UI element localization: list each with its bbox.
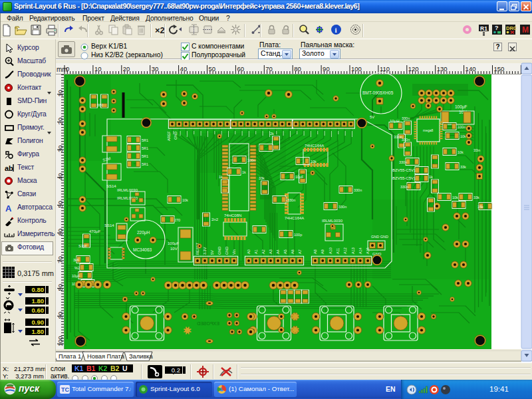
svg-text:5R1: 5R1 — [142, 154, 148, 158]
svg-text:100n: 100n — [247, 158, 255, 162]
svg-text:A13: A13 — [351, 247, 355, 254]
svg-text:100p: 100p — [294, 233, 302, 237]
svg-text:10k: 10k — [458, 150, 464, 154]
svg-text:330n: 330n — [354, 188, 362, 192]
svg-text:GND: GND — [225, 247, 229, 255]
svg-text:?: ? — [495, 25, 499, 31]
svg-text:220μH: 220μH — [137, 230, 150, 235]
svg-text:330n: 330n — [402, 116, 410, 120]
svg-text:A10: A10 — [329, 247, 332, 254]
svg-text:80: 80 — [294, 65, 301, 72]
svg-text:33k: 33k — [460, 165, 466, 169]
svg-text:%2: %2 — [74, 266, 80, 270]
svg-text:5V: 5V — [370, 115, 374, 119]
svg-text:330n: 330n — [400, 185, 408, 189]
svg-text:60: 60 — [237, 65, 244, 72]
svg-text:BZV55-C5V1: BZV55-C5V1 — [392, 176, 416, 180]
svg-text:330n: 330n — [287, 198, 295, 202]
svg-text:5R1: 5R1 — [142, 138, 148, 142]
svg-text:10k: 10k — [311, 160, 317, 164]
svg-text:5V: 5V — [210, 250, 214, 255]
svg-text:10k: 10k — [452, 196, 458, 200]
svg-text:BMT-0905XH05: BMT-0905XH05 — [362, 90, 394, 95]
svg-text:DRC: DRC — [506, 25, 517, 31]
svg-text:10μF: 10μF — [72, 274, 80, 278]
svg-text:GND: GND — [217, 247, 221, 255]
svg-text:2k: 2k — [270, 132, 274, 136]
svg-text:10μH: 10μH — [390, 119, 399, 123]
svg-text:S1M: S1M — [78, 244, 86, 248]
svg-text:×2: ×2 — [155, 25, 165, 35]
svg-text:10k: 10k — [460, 134, 466, 138]
svg-text:50: 50 — [57, 201, 64, 208]
svg-text:A5: A5 — [283, 249, 287, 254]
svg-text:330n: 330n — [338, 205, 346, 209]
svg-text:100μF: 100μF — [455, 104, 467, 110]
svg-text:3.3V: 3.3V — [203, 247, 207, 255]
svg-text:A6: A6 — [291, 249, 295, 254]
svg-text:100n: 100n — [458, 125, 466, 129]
svg-text:70: 70 — [57, 256, 64, 263]
svg-text:A4: A4 — [276, 249, 280, 254]
svg-text:IRLML0030: IRLML0030 — [322, 219, 343, 223]
svg-text:TC: TC — [61, 386, 69, 393]
svg-text:SS14: SS14 — [106, 184, 116, 188]
svg-text:M: M — [522, 25, 529, 35]
svg-text:A: A — [5, 203, 12, 213]
svg-text:20: 20 — [57, 118, 64, 125]
svg-text:33k: 33k — [473, 196, 479, 200]
svg-text:3k6: 3k6 — [73, 258, 79, 262]
svg-text:33k: 33k — [259, 176, 265, 180]
svg-text:SS14: SS14 — [104, 223, 114, 227]
svg-text:74HC08N: 74HC08N — [224, 213, 241, 217]
svg-text:1k: 1k — [429, 175, 433, 179]
svg-text:mega8: mega8 — [423, 128, 434, 132]
svg-text:10μF: 10μF — [295, 175, 304, 179]
svg-text:50: 50 — [209, 65, 216, 72]
svg-text:A8: A8 — [313, 249, 317, 254]
svg-text:30: 30 — [152, 65, 159, 72]
svg-text:33n: 33n — [473, 148, 480, 152]
svg-text:R1: R1 — [480, 25, 487, 32]
svg-text:A1: A1 — [254, 249, 258, 254]
svg-text:270: 270 — [174, 218, 180, 222]
svg-text:BZV55-C5V1: BZV55-C5V1 — [392, 168, 416, 172]
svg-text:74HC164A: 74HC164A — [305, 144, 324, 148]
svg-text:20: 20 — [123, 65, 130, 72]
svg-text:A0: A0 — [247, 249, 251, 254]
svg-text:74HC164A: 74HC164A — [285, 216, 304, 220]
svg-text:A12: A12 — [343, 247, 347, 254]
svg-text:2n2: 2n2 — [211, 217, 219, 221]
svg-text:GND GND: GND GND — [371, 235, 388, 239]
svg-text:A2: A2 — [261, 249, 265, 254]
svg-text:70: 70 — [265, 65, 273, 72]
svg-text:40: 40 — [180, 65, 188, 72]
svg-text:AREF: AREF — [167, 131, 171, 141]
svg-text:ab: ab — [5, 164, 13, 172]
svg-text:40: 40 — [57, 173, 64, 180]
svg-text:10: 10 — [57, 90, 64, 97]
svg-text:GND: GND — [174, 132, 178, 140]
svg-text:A3: A3 — [269, 249, 273, 254]
svg-text:Vin: Vin — [232, 249, 236, 255]
svg-text:MC34063: MC34063 — [133, 247, 152, 252]
svg-text:330n: 330n — [399, 160, 407, 164]
svg-text:10k: 10k — [182, 198, 188, 202]
svg-text:1k: 1k — [242, 170, 246, 174]
svg-text:100: 100 — [57, 336, 64, 346]
svg-text:680: 680 — [97, 103, 103, 107]
svg-text:10V: 10V — [170, 247, 178, 251]
svg-text:330n: 330n — [402, 138, 410, 142]
svg-text:A11: A11 — [336, 248, 340, 254]
svg-text:100μF: 100μF — [168, 241, 179, 245]
svg-text:A14: A14 — [358, 247, 362, 254]
svg-text:A9: A9 — [321, 249, 325, 254]
svg-text:80: 80 — [57, 284, 64, 291]
svg-text:90: 90 — [57, 312, 64, 319]
svg-text:470μF: 470μF — [89, 229, 100, 233]
svg-text:90: 90 — [323, 65, 330, 72]
svg-text:5R1: 5R1 — [142, 146, 148, 150]
svg-text:10: 10 — [94, 65, 102, 72]
svg-text:30: 30 — [57, 146, 64, 153]
svg-text:i: i — [335, 26, 337, 34]
